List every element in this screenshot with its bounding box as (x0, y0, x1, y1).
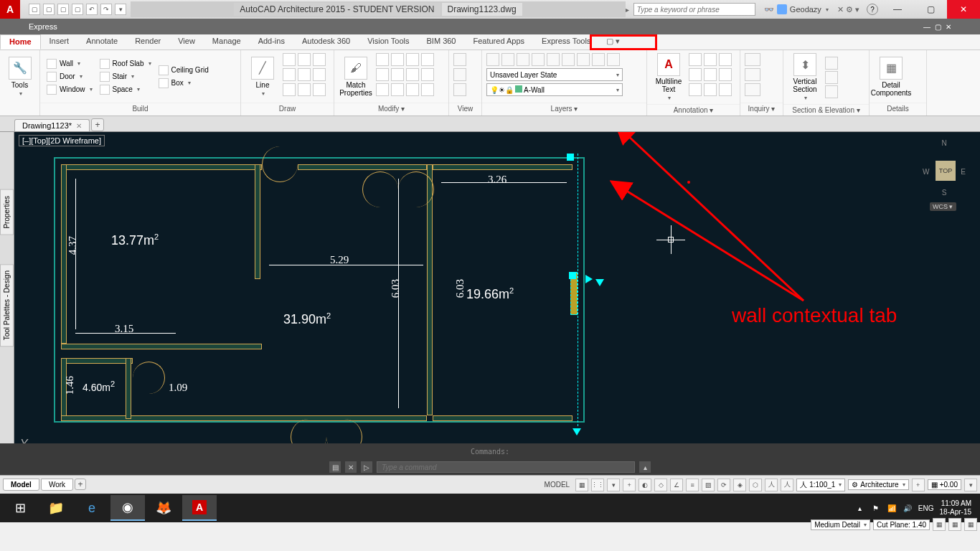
model-tab[interactable]: Model (3, 479, 39, 491)
contextual-tab-slot[interactable]: ▢ ▾ (599, 34, 627, 50)
exchange-icon[interactable]: ✕ ⚙ ▾ (833, 5, 864, 14)
doc-close-icon[interactable]: ✕ (946, 23, 951, 31)
command-input[interactable] (377, 461, 635, 473)
tab-autodesk360[interactable]: Autodesk 360 (293, 34, 359, 50)
task-firefox-icon[interactable]: 🦊 (146, 495, 181, 521)
snap-toggle-icon[interactable]: ⋮⋮ (591, 479, 604, 491)
grip[interactable] (567, 154, 574, 161)
layer-tool-icon[interactable] (607, 53, 620, 66)
annot-tool-icon[interactable] (719, 53, 732, 66)
viewcube[interactable]: N S E W TOP WCS ▾ (915, 139, 973, 211)
doc-restore-icon[interactable]: ▢ (935, 23, 941, 31)
layer-tool-icon[interactable] (517, 53, 529, 66)
modify-tool-icon[interactable] (406, 53, 419, 66)
draw-tool-icon[interactable] (283, 68, 296, 81)
viewcube-wcs[interactable]: WCS ▾ (930, 202, 956, 211)
viewcube-n[interactable]: N (941, 139, 946, 147)
file-tab-active[interactable]: Drawing1123*✕ (14, 119, 90, 131)
tray-clock[interactable]: 11:09 AM 18-Apr-15 (940, 499, 971, 517)
modify-tool-icon[interactable] (376, 68, 389, 81)
layer-tool-icon[interactable] (547, 53, 560, 66)
scale-dropdown[interactable]: 人 1:100_1▾ (796, 479, 845, 491)
annot-tool-icon[interactable] (689, 53, 702, 66)
task-ie-icon[interactable]: e (75, 495, 109, 521)
panel-annotation-title[interactable]: Annotation ▾ (647, 104, 740, 116)
grip-arrow[interactable] (595, 279, 604, 286)
wall-button[interactable]: Wall▾ (44, 58, 95, 70)
vsection-button[interactable]: ⬍Vertical Section▾ (788, 53, 822, 101)
task-explorer-icon[interactable]: 📁 (39, 495, 73, 521)
layer-tool-icon[interactable] (562, 53, 575, 66)
viewport-label[interactable]: [–][Top][2D Wireframe] (19, 135, 105, 146)
modify-tool-icon[interactable] (421, 83, 434, 96)
section-tool-icon[interactable] (825, 85, 838, 98)
modify-tool-icon[interactable] (376, 83, 389, 96)
grip-arrow[interactable] (585, 275, 593, 283)
tab-featuredapps[interactable]: Featured Apps (464, 34, 533, 50)
tab-annotate[interactable]: Annotate (77, 34, 126, 50)
draw-tool-icon[interactable] (298, 53, 311, 66)
viewcube-top[interactable]: TOP (936, 161, 956, 181)
display-config-icon[interactable]: ▦ (948, 518, 961, 531)
qat-new-icon[interactable]: ▢ (29, 4, 40, 15)
match-properties-button[interactable]: 🖌Match Properties (339, 53, 373, 100)
help-search-input[interactable] (633, 3, 755, 16)
task-autocad-icon[interactable]: A (182, 495, 217, 521)
roofslab-button[interactable]: Roof Slab▾ (98, 58, 154, 70)
modify-tool-icon[interactable] (406, 83, 419, 96)
tray-flag-icon[interactable]: ⚑ (871, 503, 881, 513)
grid-toggle-icon[interactable]: ▦ (575, 479, 588, 491)
layer-tool-icon[interactable] (532, 53, 545, 66)
express-label[interactable]: Express (29, 22, 57, 31)
draw-tool-icon[interactable] (283, 53, 296, 66)
start-button[interactable]: ⊞ (3, 495, 37, 521)
layer-tool-icon[interactable] (486, 53, 499, 66)
draw-tool-icon[interactable] (313, 68, 326, 81)
ortho-toggle-icon[interactable]: + (623, 479, 636, 491)
draw-tool-icon[interactable] (313, 53, 326, 66)
qat-more-icon[interactable]: ▾ (115, 4, 126, 15)
layer-tool-icon[interactable] (501, 53, 514, 66)
detail-level-dropdown[interactable]: Medium Detail▾ (811, 519, 870, 530)
draw-tool-icon[interactable] (298, 83, 311, 96)
annot-tool-icon[interactable] (704, 83, 717, 96)
tab-manage[interactable]: Manage (204, 34, 250, 50)
layer-current-dropdown[interactable]: 💡☀🔒A-Wall▾ (486, 83, 623, 96)
work-tab[interactable]: Work (41, 479, 73, 491)
cmd-prompt-icon[interactable]: ▷ (361, 461, 372, 473)
tab-insert[interactable]: Insert (41, 34, 78, 50)
annot-tool-icon[interactable] (689, 83, 702, 96)
view-tool-icon[interactable] (453, 53, 466, 66)
annot-tool-icon[interactable] (704, 68, 717, 81)
panel-modify-title[interactable]: Modify ▾ (334, 103, 448, 116)
tray-up-icon[interactable]: ▴ (855, 503, 865, 513)
minimize-button[interactable]: — (881, 0, 914, 19)
view-tool-icon[interactable] (453, 68, 466, 81)
inquiry-tool-icon[interactable] (745, 83, 760, 96)
help-icon[interactable]: ? (867, 4, 878, 15)
dynamic-ucs-icon[interactable]: ⬡ (749, 479, 762, 491)
modify-tool-icon[interactable] (391, 53, 404, 66)
inquiry-tool-icon[interactable] (745, 53, 760, 66)
layer-tool-icon[interactable] (592, 53, 605, 66)
qat-redo-icon[interactable]: ↷ (100, 4, 112, 15)
tray-volume-icon[interactable]: 🔊 (903, 503, 913, 513)
modify-tool-icon[interactable] (376, 53, 389, 66)
inquiry-tool-icon[interactable] (745, 68, 760, 81)
tab-bim360[interactable]: BIM 360 (418, 34, 465, 50)
otrack-toggle-icon[interactable]: ∠ (670, 479, 683, 491)
close-tab-icon[interactable]: ✕ (76, 122, 82, 130)
qat-save-icon[interactable]: ▢ (57, 4, 69, 15)
mtext-button[interactable]: AMultiline Text▾ (651, 53, 686, 101)
lineweight-toggle-icon[interactable]: ≡ (686, 479, 699, 491)
transparency-toggle-icon[interactable]: ▨ (702, 479, 715, 491)
model-label[interactable]: MODEL (542, 481, 573, 489)
viewcube-w[interactable]: W (923, 168, 929, 176)
panel-inquiry-title[interactable]: Inquiry ▾ (740, 103, 783, 116)
maximize-button[interactable]: ▢ (914, 0, 947, 19)
close-button[interactable]: ✕ (947, 0, 980, 19)
door-button[interactable]: Door▾ (44, 71, 95, 83)
detail-button[interactable]: ▦Detail Components (874, 53, 908, 100)
properties-palette-tab[interactable]: Properties (0, 189, 14, 235)
tab-expresstools[interactable]: Express Tools (533, 34, 599, 50)
